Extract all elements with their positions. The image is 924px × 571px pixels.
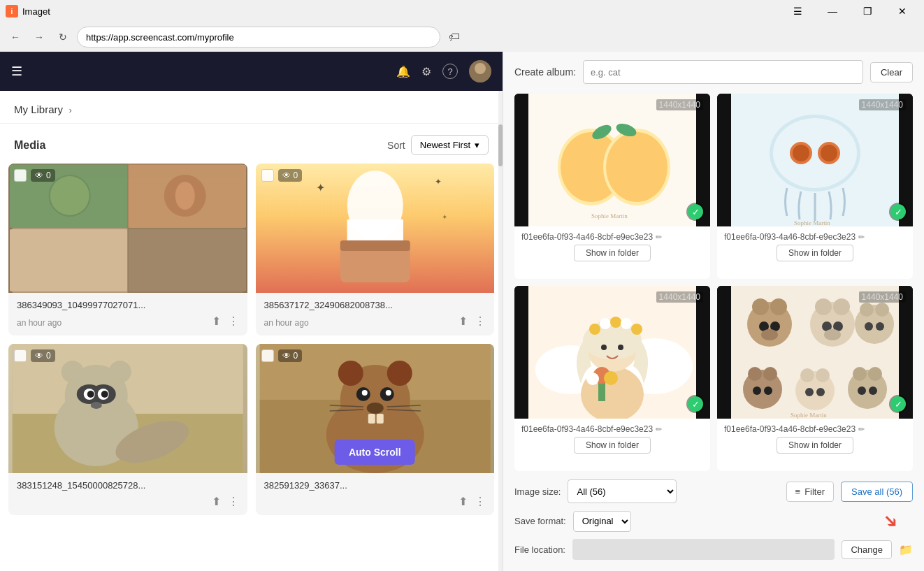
svg-point-76 bbox=[589, 324, 600, 335]
card-share-btn-4[interactable]: ⬆ bbox=[459, 495, 468, 508]
folder-icon: 📁 bbox=[899, 544, 913, 556]
edit-icon-0[interactable]: ✏ bbox=[656, 233, 662, 242]
card-checkbox-1[interactable] bbox=[14, 169, 27, 182]
image-card-2[interactable]: ✦ ✦ ✦ 👁 0 385637172_32490682008738... bbox=[256, 164, 495, 335]
card-info-2: 385637172_32490682008738... an hour ago … bbox=[256, 293, 495, 335]
image-size-select[interactable]: All (56) bbox=[568, 479, 676, 503]
tag-btn[interactable]: 🏷 bbox=[445, 27, 464, 47]
check-icon-2: ✓ bbox=[692, 399, 700, 410]
sort-value: Newest First bbox=[420, 140, 470, 150]
browser-toolbar: ← → ↻ 🏷 bbox=[0, 22, 924, 52]
card-overlay-2: 👁 0 bbox=[261, 169, 303, 182]
svg-point-27 bbox=[101, 391, 108, 398]
window-controls: ☰ — ❐ ✕ bbox=[781, 0, 918, 22]
svg-text:Sophie Martin: Sophie Martin bbox=[794, 219, 830, 226]
filter-btn[interactable]: ≡ Filter bbox=[786, 482, 834, 502]
save-format-label: Save format: bbox=[514, 516, 566, 526]
forward-btn[interactable]: → bbox=[29, 27, 49, 47]
save-all-btn[interactable]: Save all (56) bbox=[841, 482, 913, 502]
card-checkbox-2[interactable] bbox=[261, 169, 274, 182]
arrow-indicator: ➔ bbox=[878, 508, 904, 534]
svg-point-75 bbox=[618, 345, 623, 350]
svg-point-101 bbox=[753, 386, 761, 395]
edit-icon-3[interactable]: ✏ bbox=[858, 425, 865, 434]
card-info-3: 383151248_15450000825728... ⬆ ⋮ bbox=[8, 473, 247, 516]
clear-btn[interactable]: Clear bbox=[870, 62, 913, 82]
header-icons: 🔔 ⚙ ? bbox=[396, 60, 491, 82]
card-name-1: 386349093_10499977027071... bbox=[17, 300, 239, 310]
file-location-row: File location: Change 📁 bbox=[514, 539, 913, 560]
svg-point-84 bbox=[586, 373, 599, 385]
edit-icon-2[interactable]: ✏ bbox=[656, 425, 662, 434]
sort-chevron-icon: ▾ bbox=[475, 140, 479, 150]
card-views-4: 👁 0 bbox=[278, 349, 303, 362]
back-btn[interactable]: ← bbox=[6, 27, 25, 47]
hamburger-btn[interactable]: ☰ bbox=[11, 64, 22, 79]
card-share-btn-2[interactable]: ⬆ bbox=[459, 315, 468, 328]
minimize-btn[interactable]: — bbox=[816, 0, 849, 22]
help-icon[interactable]: ? bbox=[442, 64, 458, 79]
svg-point-42 bbox=[385, 390, 391, 396]
card-share-btn-1[interactable]: ⬆ bbox=[212, 315, 221, 328]
panel-folder-btn-1[interactable]: Show in folder bbox=[777, 245, 853, 261]
change-btn[interactable]: Change bbox=[842, 540, 892, 559]
card-more-btn-4[interactable]: ⋮ bbox=[475, 495, 486, 508]
panel-check-inner-1: ✓ bbox=[890, 204, 906, 219]
svg-point-111 bbox=[858, 386, 866, 395]
tag-icon: 🏷 bbox=[449, 31, 460, 43]
image-card-3[interactable]: 👁 0 383151248_15450000825728... ⬆ ⋮ bbox=[8, 344, 247, 516]
svg-point-65 bbox=[821, 145, 837, 161]
folder-icon-btn[interactable]: 📁 bbox=[899, 543, 913, 556]
card-overlay-1: 👁 0 bbox=[14, 169, 55, 182]
card-checkbox-4[interactable] bbox=[261, 349, 274, 362]
edit-icon-1[interactable]: ✏ bbox=[858, 233, 865, 242]
close-btn[interactable]: ✕ bbox=[886, 0, 918, 22]
image-card[interactable]: 👁 0 386349093_10499977027071... an hour … bbox=[8, 164, 247, 335]
create-album-input[interactable] bbox=[583, 60, 863, 84]
svg-rect-44 bbox=[368, 414, 375, 424]
bell-icon[interactable]: 🔔 bbox=[396, 65, 410, 78]
check-icon-0: ✓ bbox=[692, 207, 700, 217]
eye-icon-4: 👁 bbox=[282, 351, 291, 361]
svg-point-28 bbox=[91, 402, 102, 409]
card-share-btn-3[interactable]: ⬆ bbox=[212, 495, 221, 508]
address-bar[interactable] bbox=[77, 27, 440, 48]
image-grid: 👁 0 386349093_10499977027071... an hour … bbox=[0, 164, 503, 571]
svg-point-41 bbox=[361, 390, 367, 396]
refresh-btn[interactable]: ↻ bbox=[53, 27, 73, 47]
panel-image-wrapper-2: 1440x1440 ✓ bbox=[514, 286, 710, 419]
card-checkbox-3[interactable] bbox=[14, 349, 27, 362]
breadcrumb-arrow: › bbox=[68, 105, 71, 115]
auto-scroll-btn[interactable]: Auto Scroll bbox=[335, 440, 415, 465]
panel-folder-btn-2[interactable]: Show in folder bbox=[574, 437, 651, 454]
svg-point-77 bbox=[600, 318, 611, 329]
card-more-btn-2[interactable]: ⋮ bbox=[475, 315, 486, 328]
card-time-1: an hour ago bbox=[17, 318, 62, 328]
card-more-btn-3[interactable]: ⋮ bbox=[228, 495, 239, 508]
panel-folder-btn-0[interactable]: Show in folder bbox=[574, 245, 651, 261]
refresh-icon: ↻ bbox=[59, 31, 67, 43]
menu-btn[interactable]: ☰ bbox=[781, 0, 814, 22]
maximize-btn[interactable]: ❐ bbox=[851, 0, 883, 22]
card-more-btn-1[interactable]: ⋮ bbox=[228, 315, 239, 328]
image-card-4[interactable]: Auto Scroll 👁 0 382591329_33637... ⬆ bbox=[256, 344, 495, 516]
panel-check-1: ✓ bbox=[889, 203, 907, 221]
svg-point-9 bbox=[175, 182, 195, 210]
panel-folder-btn-3[interactable]: Show in folder bbox=[777, 437, 853, 454]
my-library-link[interactable]: My Library bbox=[14, 103, 63, 115]
avatar-image bbox=[469, 60, 491, 82]
svg-point-0 bbox=[475, 63, 486, 74]
scrollbar-thumb[interactable] bbox=[498, 124, 503, 166]
settings-icon[interactable]: ⚙ bbox=[421, 65, 431, 78]
panel-check-inner-2: ✓ bbox=[688, 396, 703, 412]
svg-point-78 bbox=[610, 317, 621, 328]
image-panel-2: 1440x1440 ✓ f01ee6fa-0f93-4a46-8cbf-e9ec… bbox=[514, 286, 710, 471]
left-scrollbar[interactable] bbox=[498, 91, 503, 571]
avatar[interactable] bbox=[469, 60, 491, 82]
app-header: ☰ 🔔 ⚙ ? bbox=[0, 52, 503, 91]
save-format-select[interactable]: Original JPG PNG WebP bbox=[573, 511, 631, 532]
hamburger-icon: ☰ bbox=[11, 64, 22, 78]
sort-dropdown[interactable]: Newest First ▾ bbox=[411, 135, 489, 155]
panel-check-0: ✓ bbox=[686, 203, 705, 221]
bottom-controls: Image size: All (56) ≡ Filter Save all (… bbox=[514, 479, 913, 560]
